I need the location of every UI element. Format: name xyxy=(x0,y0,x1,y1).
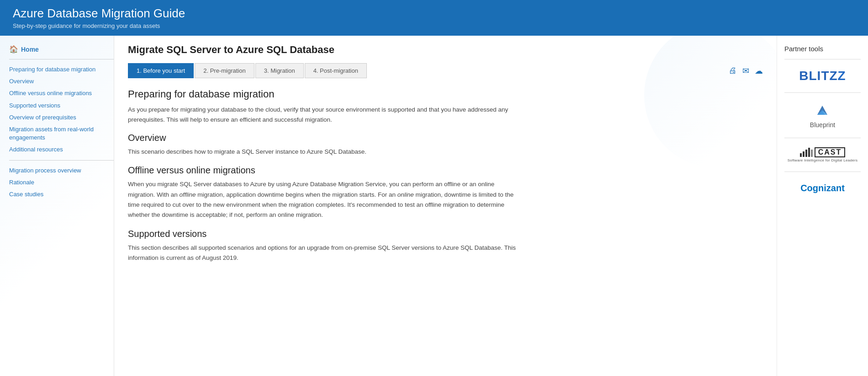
partner-cast[interactable]: CAST Software Intelligence for Digital L… xyxy=(784,143,861,167)
site-header: Azure Database Migration Guide Step-by-s… xyxy=(0,0,868,36)
cast-subtitle: Software Intelligence for Digital Leader… xyxy=(788,158,858,162)
home-icon: 🏠 xyxy=(9,45,18,54)
partner-blueprint[interactable]: Blueprint xyxy=(784,97,861,133)
email-icon[interactable]: ✉ xyxy=(742,66,749,76)
section-offline-text: When you migrate SQL Server databases to… xyxy=(128,179,521,220)
tab-before-you-start[interactable]: 1. Before you start xyxy=(128,63,194,78)
section-offline-heading: Offline versus online migrations xyxy=(128,165,763,176)
tab-post-migration[interactable]: 4. Post-migration xyxy=(305,63,367,78)
section-overview-text: This scenario describes how to migrate a… xyxy=(128,147,521,157)
cast-text: CAST xyxy=(815,147,846,157)
tab-action-icons: 🖨 ✉ ☁ xyxy=(729,66,763,76)
article-intro: As you prepare for migrating your databa… xyxy=(128,105,521,124)
cognizant-logo: Cognizant xyxy=(800,183,845,193)
partner-divider-1 xyxy=(784,59,861,59)
sidebar-link-assets[interactable]: Migration assets from real-world engagem… xyxy=(9,124,114,143)
sidebar-divider-1 xyxy=(9,59,114,59)
sidebar-home-link[interactable]: 🏠 Home xyxy=(9,45,114,54)
sidebar-divider-2 xyxy=(9,160,114,161)
cast-bar-4 xyxy=(808,148,810,157)
print-icon[interactable]: 🖨 xyxy=(729,66,737,75)
partner-divider-2 xyxy=(784,92,861,93)
tab-migration[interactable]: 3. Migration xyxy=(255,63,304,78)
page-title: Migrate SQL Server to Azure SQL Database xyxy=(128,44,763,56)
blueprint-icon xyxy=(814,102,831,119)
sidebar-link-case-studies[interactable]: Case studies xyxy=(9,189,114,200)
sidebar-link-supported[interactable]: Supported versions xyxy=(9,100,114,111)
partner-divider-4 xyxy=(784,172,861,172)
blueprint-logo: Blueprint xyxy=(810,102,835,129)
cast-bars xyxy=(800,148,813,157)
site-subtitle: Step-by-step guidance for modernizing yo… xyxy=(13,22,855,29)
right-panel: Partner tools BLITZZ Blueprint xyxy=(777,36,868,376)
sidebar-link-offline[interactable]: Offline versus online migrations xyxy=(9,88,114,99)
sidebar-link-rationale[interactable]: Rationale xyxy=(9,177,114,188)
sidebar-link-overview[interactable]: Overview xyxy=(9,76,114,87)
tabs-bar: 1. Before you start 2. Pre-migration 3. … xyxy=(128,63,763,78)
blitzz-logo: BLITZZ xyxy=(799,69,846,83)
section-overview-heading: Overview xyxy=(128,133,763,143)
partner-blitzz[interactable]: BLITZZ xyxy=(784,64,861,88)
partner-cognizant[interactable]: Cognizant xyxy=(784,177,861,199)
sidebar-group-2: Migration process overview Rationale Cas… xyxy=(9,165,114,200)
sidebar-link-prerequisites[interactable]: Overview of prerequisites xyxy=(9,112,114,123)
sidebar-group-1: Preparing for database migration Overvie… xyxy=(9,64,114,156)
partner-divider-3 xyxy=(784,138,861,138)
sidebar-link-preparing[interactable]: Preparing for database migration xyxy=(9,64,114,75)
cast-bar-3 xyxy=(805,150,807,157)
blueprint-label: Blueprint xyxy=(810,121,835,129)
article-title: Preparing for database migration xyxy=(128,88,763,100)
main-content: Migrate SQL Server to Azure SQL Database… xyxy=(114,36,777,376)
sidebar-link-migration-process[interactable]: Migration process overview xyxy=(9,165,114,176)
sidebar-link-additional[interactable]: Additional resources xyxy=(9,144,114,155)
cast-bar-5 xyxy=(811,150,813,157)
cast-bar-1 xyxy=(800,153,802,157)
cast-logo: CAST Software Intelligence for Digital L… xyxy=(788,147,858,162)
cloud-icon[interactable]: ☁ xyxy=(755,66,763,76)
tab-pre-migration[interactable]: 2. Pre-migration xyxy=(195,63,254,78)
site-title: Azure Database Migration Guide xyxy=(13,6,855,21)
sidebar: 🏠 Home Preparing for database migration … xyxy=(0,36,114,376)
partner-tools-title: Partner tools xyxy=(784,45,861,53)
cast-bar-2 xyxy=(803,151,804,157)
section-supported-heading: Supported versions xyxy=(128,229,763,239)
main-layout: 🏠 Home Preparing for database migration … xyxy=(0,36,868,376)
section-supported-text: This section describes all supported sce… xyxy=(128,243,521,263)
